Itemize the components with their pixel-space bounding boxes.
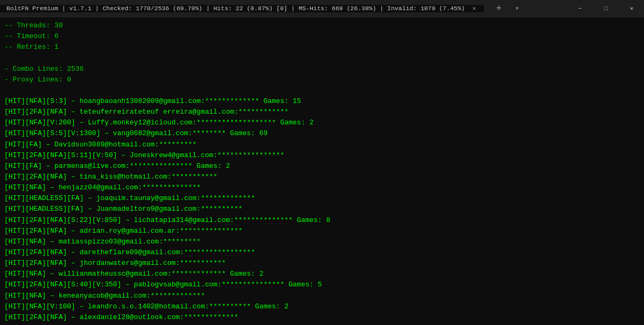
- threads-line: -- Threads: 30: [4, 20, 640, 31]
- hit-line: [HIT][NFA][V:200] – Luffy.monkey12@iclou…: [4, 117, 640, 128]
- blank-line-1: [4, 53, 640, 63]
- hit-line: [HIT][2FA][NFA] – tina_kiss@hotmail.com:…: [4, 172, 640, 182]
- hit-line: [HIT][2FA][NFA] – jhordanwaters@gmail.co…: [4, 258, 640, 269]
- hit-line: [HIT][FA] – parmenas@live.com:**********…: [4, 161, 640, 172]
- new-tab-button[interactable]: +: [491, 1, 506, 16]
- hit-line: [HIT][2FA][NFA][S:40][V:350] – pablogvsa…: [4, 279, 640, 290]
- hit-line: [HIT][HEADLESS][FA] – joaquim.taunay@gma…: [4, 193, 640, 204]
- tab-dropdown-button[interactable]: ▾: [511, 2, 523, 15]
- hit-line: [HIT][2FA][NFA][S:11][V:50] – Joneskrew4…: [4, 150, 640, 161]
- hit-line: [HIT][2FA][NFA] – daretheflare09@gmail.c…: [4, 247, 640, 258]
- hit-line: [HIT][NFA] – henjazz04@gmail.com:*******…: [4, 182, 640, 193]
- title-bar: BoltFN Premium | v1.7.1 | Checked: 1770/…: [0, 0, 644, 17]
- retries-line: -- Retries: 1: [4, 42, 640, 53]
- hit-line: [HIT][2FA][NFA] – alexdaniel28@outlook.c…: [4, 312, 640, 323]
- hits-container: [HIT][NFA][S:3] – hoangbaoanh13082009@gm…: [4, 96, 640, 325]
- tab-close-button[interactable]: ✕: [470, 5, 478, 12]
- close-button[interactable]: ✕: [619, 0, 644, 17]
- hit-line: [HIT][HEADLESS][FA] – Juanmadeltoro9@gma…: [4, 204, 640, 215]
- blank-line-2: [4, 85, 640, 96]
- minimize-button[interactable]: −: [568, 0, 593, 17]
- hit-line: [HIT][FA] – Davidsun3089@hotmail.com:***…: [4, 139, 640, 150]
- combo-lines: - Combo Lines: 2536: [4, 64, 640, 75]
- hit-line: [HIT][NFA][S:3] – hoangbaoanh13082009@gm…: [4, 96, 640, 107]
- tab-label: BoltFN Premium | v1.7.1 | Checked: 1770/…: [6, 5, 467, 12]
- hit-line: [HIT][NFA] – keneanyacob@gmail.com:*****…: [4, 291, 640, 301]
- hit-line: [HIT][2FA][NFA] – taionara_ask9@hotmail.…: [4, 323, 640, 325]
- hit-line: [HIT][NFA][V:100] – leandro.s.o.1402@hot…: [4, 301, 640, 312]
- title-bar-left: BoltFN Premium | v1.7.1 | Checked: 1770/…: [0, 1, 523, 16]
- hit-line: [HIT][NFA] – matiasspizzo03@gmail.com:**…: [4, 237, 640, 247]
- proxy-lines: - Proxy Lines: 0: [4, 75, 640, 85]
- console-output: -- Threads: 30 -- Timeout: 6 -- Retries:…: [0, 17, 644, 325]
- window-controls: − □ ✕: [568, 0, 644, 17]
- hit-line: [HIT][2FA][NFA] – adrian.roy@gmail.com.a…: [4, 226, 640, 237]
- timeout-line: -- Timeout: 6: [4, 31, 640, 42]
- maximize-button[interactable]: □: [594, 0, 618, 17]
- hit-line: [HIT][NFA][S:5][V:1300] – vang0682@gmail…: [4, 128, 640, 139]
- hit-line: [HIT][NFA] – willianmatheussc@gmail.com:…: [4, 269, 640, 279]
- main-tab[interactable]: BoltFN Premium | v1.7.1 | Checked: 1770/…: [0, 5, 485, 12]
- hit-line: [HIT][2FA][NFA][S:22][V:850] – lichatapi…: [4, 215, 640, 226]
- hit-line: [HIT][2FA][NFA] – teteuferreirateteuf er…: [4, 107, 640, 117]
